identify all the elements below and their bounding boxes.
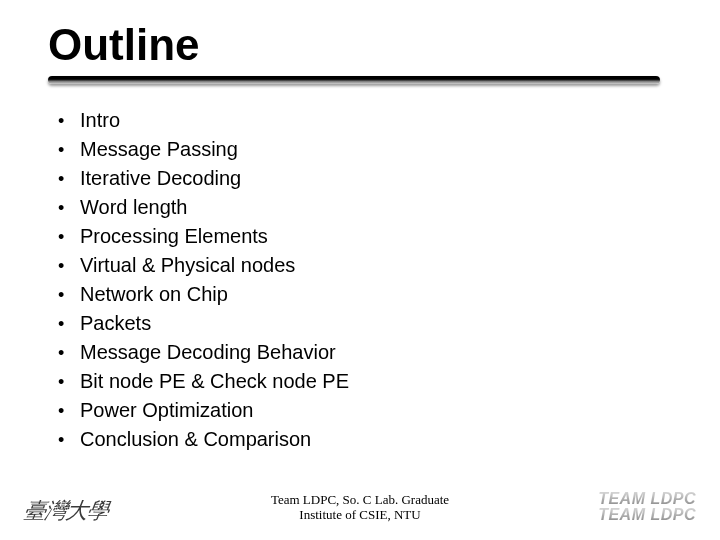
list-item: •Power Optimization [58, 396, 672, 425]
bullet-text: Conclusion & Comparison [80, 425, 311, 453]
slide: Outline •Intro •Message Passing •Iterati… [0, 0, 720, 540]
team-logo-line: TEAM LDPC [598, 491, 696, 506]
bullet-text: Word length [80, 193, 187, 221]
bullet-icon: • [58, 194, 80, 222]
bullet-text: Bit node PE & Check node PE [80, 367, 349, 395]
bullet-icon: • [58, 397, 80, 425]
bullet-icon: • [58, 107, 80, 135]
list-item: •Processing Elements [58, 222, 672, 251]
team-logo: TEAM LDPC TEAM LDPC [598, 491, 696, 522]
bullet-icon: • [58, 368, 80, 396]
bullet-text: Message Passing [80, 135, 238, 163]
footer-line-2: Institute of CSIE, NTU [299, 507, 420, 522]
title-divider [48, 76, 660, 84]
list-item: •Bit node PE & Check node PE [58, 367, 672, 396]
footer-line-1: Team LDPC, So. C Lab. Graduate [271, 492, 449, 507]
list-item: •Virtual & Physical nodes [58, 251, 672, 280]
bullet-icon: • [58, 281, 80, 309]
list-item: •Message Passing [58, 135, 672, 164]
bullet-icon: • [58, 310, 80, 338]
list-item: •Message Decoding Behavior [58, 338, 672, 367]
list-item: •Packets [58, 309, 672, 338]
team-logo-line: TEAM LDPC [598, 507, 696, 522]
footer-text: Team LDPC, So. C Lab. Graduate Institute… [271, 492, 449, 522]
university-logo: 臺灣大學 [22, 496, 110, 526]
slide-title: Outline [48, 20, 672, 70]
bullet-icon: • [58, 136, 80, 164]
list-item: •Intro [58, 106, 672, 135]
bullet-text: Virtual & Physical nodes [80, 251, 295, 279]
bullet-text: Intro [80, 106, 120, 134]
bullet-text: Power Optimization [80, 396, 253, 424]
list-item: •Conclusion & Comparison [58, 425, 672, 454]
bullet-icon: • [58, 426, 80, 454]
bullet-list: •Intro •Message Passing •Iterative Decod… [48, 106, 672, 454]
bullet-text: Iterative Decoding [80, 164, 241, 192]
bullet-text: Processing Elements [80, 222, 268, 250]
bullet-icon: • [58, 165, 80, 193]
bullet-text: Packets [80, 309, 151, 337]
bullet-text: Message Decoding Behavior [80, 338, 336, 366]
list-item: •Network on Chip [58, 280, 672, 309]
bullet-icon: • [58, 223, 80, 251]
bullet-text: Network on Chip [80, 280, 228, 308]
list-item: •Iterative Decoding [58, 164, 672, 193]
list-item: •Word length [58, 193, 672, 222]
bullet-icon: • [58, 252, 80, 280]
bullet-icon: • [58, 339, 80, 367]
footer: 臺灣大學 Team LDPC, So. C Lab. Graduate Inst… [0, 482, 720, 526]
